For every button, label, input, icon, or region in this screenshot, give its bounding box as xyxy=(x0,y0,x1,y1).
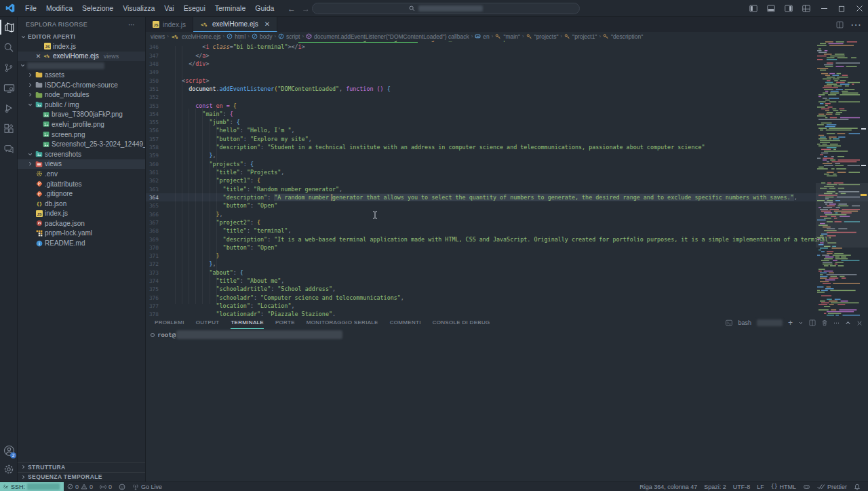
breadcrumb-item[interactable]: "project1" xyxy=(564,33,597,40)
close-icon[interactable]: ✕ xyxy=(35,53,41,60)
tree-item-pnpm-lock.yaml[interactable]: pnpm-lock.yaml xyxy=(18,229,145,239)
tab-index.js[interactable]: JSindex.js xyxy=(146,17,193,32)
menu-vai[interactable]: Vai xyxy=(159,0,178,17)
tree-item-.gitignore[interactable]: .gitignore xyxy=(18,189,145,199)
panel-tab-commenti[interactable]: COMMENTI xyxy=(390,316,421,330)
tree-item-views[interactable]: views xyxy=(18,159,145,170)
tab-exelviHome.ejs[interactable]: <%exelviHome.ejs✕ xyxy=(193,17,277,32)
problems-indicator[interactable]: 0 0 xyxy=(64,482,96,491)
section-struttura[interactable]: STRUTTURA xyxy=(18,462,145,472)
notifications-bell-icon[interactable] xyxy=(850,482,864,491)
explorer-more-actions-icon[interactable]: ⋯ xyxy=(128,21,136,28)
code-editor[interactable]: 345 <a href="/terminal" class="btn btn-o… xyxy=(146,41,868,316)
panel-tab-terminale[interactable]: TERMINALE xyxy=(231,316,264,330)
command-center-search[interactable] xyxy=(312,3,580,14)
minimize-button[interactable] xyxy=(815,0,833,17)
menu-guida[interactable]: Guida xyxy=(250,0,279,17)
explorer-icon[interactable] xyxy=(0,17,18,37)
menu-selezione[interactable]: Selezione xyxy=(77,0,118,17)
section-sequenza-temporale[interactable]: SEQUENZA TEMPORALE xyxy=(18,472,145,482)
tree-item-db.json[interactable]: {}db.json xyxy=(18,199,145,209)
breadcrumb-item[interactable]: body xyxy=(252,33,272,40)
panel-tab-monitoraggio-seriale[interactable]: MONITORAGGIO SERIALE xyxy=(307,316,378,330)
menu-file[interactable]: File xyxy=(20,0,41,17)
eol[interactable]: LF xyxy=(753,482,768,491)
tree-item-exelvi-profile.png[interactable]: exelvi_profile.png xyxy=(18,119,145,130)
panel-tab-porte[interactable]: PORTE xyxy=(275,316,295,330)
extensions-icon[interactable] xyxy=(0,119,18,139)
breadcrumb-item[interactable]: "description" xyxy=(603,33,643,40)
menu-modifica[interactable]: Modifica xyxy=(41,0,77,17)
search-icon[interactable] xyxy=(0,37,18,58)
new-terminal-icon[interactable]: + xyxy=(788,318,793,328)
go-live-button[interactable]: Go Live xyxy=(129,482,165,491)
panel-tab-problemi[interactable]: PROBLEMI xyxy=(155,316,184,330)
tree-item-.env[interactable]: .env xyxy=(18,169,145,179)
language-mode[interactable]: {}HTML xyxy=(768,482,800,491)
breadcrumbs[interactable]: views›<%exelviHome.ejs›html›body›script›… xyxy=(146,32,868,41)
tree-item-Screenshot-25-3-2024-12449-exelvi...[interactable]: Screenshot_25-3-2024_12449_exelvi... xyxy=(18,139,145,149)
feedback-smiley[interactable] xyxy=(115,482,129,491)
menu-visualizza[interactable]: Visualizza xyxy=(118,0,159,17)
terminal-prompt-line[interactable]: root@ xyxy=(151,330,342,339)
breadcrumb-item[interactable]: en xyxy=(475,33,489,40)
breadcrumb-item[interactable]: "main" xyxy=(495,33,519,40)
customize-layout-icon[interactable] xyxy=(797,0,815,17)
terminal-dropdown-icon[interactable] xyxy=(798,320,804,326)
toggle-panel-icon[interactable] xyxy=(762,0,780,17)
panel-tab-console-di-debug[interactable]: CONSOLE DI DEBUG xyxy=(433,316,490,330)
breadcrumb-item[interactable]: html xyxy=(226,33,245,40)
shell-label[interactable]: bash xyxy=(738,319,751,326)
copilot-icon[interactable] xyxy=(800,482,814,491)
tree-item-screen.png[interactable]: screen.png xyxy=(18,130,145,140)
chat-icon[interactable] xyxy=(0,139,18,159)
panel-tab-output[interactable]: OUTPUT xyxy=(196,316,220,330)
menu-terminale[interactable]: Terminale xyxy=(210,0,251,17)
source-control-icon[interactable] xyxy=(0,58,18,78)
minimap-slider[interactable] xyxy=(816,183,868,248)
encoding[interactable]: UTF-8 xyxy=(730,482,754,491)
minimap[interactable] xyxy=(816,41,860,316)
settings-gear-icon[interactable] xyxy=(0,460,18,479)
cursor-position[interactable]: Riga 364, colonna 47 xyxy=(636,482,701,491)
close-panel-icon[interactable] xyxy=(856,320,863,326)
tree-item-package.json[interactable]: package.json xyxy=(18,218,145,229)
breadcrumb-item[interactable]: "projects" xyxy=(526,33,559,40)
editor-more-actions-icon[interactable]: ⋯ xyxy=(850,18,861,31)
breadcrumb-item[interactable]: script xyxy=(278,33,300,40)
panel-more-actions-icon[interactable]: ⋯ xyxy=(833,319,840,326)
kill-terminal-icon[interactable] xyxy=(821,319,828,326)
breadcrumb-item[interactable]: views xyxy=(151,33,165,40)
formatter-status[interactable]: Prettier xyxy=(814,482,850,491)
ports-indicator[interactable]: 0 xyxy=(96,482,115,491)
toggle-secondary-sidebar-icon[interactable] xyxy=(780,0,797,17)
split-terminal-icon[interactable] xyxy=(809,319,816,326)
account-icon[interactable]: 2 xyxy=(0,441,18,460)
run-debug-icon[interactable] xyxy=(0,98,18,119)
tree-item-screenshots[interactable]: screenshots xyxy=(18,149,145,159)
tree-item-ISDCAC-chrome-source[interactable]: ISDCAC-chrome-source xyxy=(18,80,145,90)
open-editor-exelviHome.ejs[interactable]: ✕<%exelviHome.ejsviews xyxy=(18,52,145,62)
open-editors-header[interactable]: EDITOR APERTI xyxy=(18,32,145,41)
split-editor-icon[interactable] xyxy=(836,21,844,28)
back-icon[interactable]: ← xyxy=(288,4,296,14)
tree-root-folder[interactable] xyxy=(18,61,145,70)
tree-item-assets[interactable]: assets xyxy=(18,70,145,80)
remote-indicator[interactable]: SSH: xyxy=(0,482,64,491)
tree-item-README.md[interactable]: README.md xyxy=(18,238,145,248)
maximize-panel-icon[interactable] xyxy=(845,320,851,326)
breadcrumb-item[interactable]: <%exelviHome.ejs xyxy=(171,33,221,40)
tree-item-.gitattributes[interactable]: .gitattributes xyxy=(18,179,145,189)
forward-icon[interactable]: → xyxy=(302,4,310,14)
tree-item-node-modules[interactable]: node_modules xyxy=(18,90,145,100)
tree-item-index.js[interactable]: JSindex.js xyxy=(18,209,145,219)
menu-esegui[interactable]: Esegui xyxy=(179,0,210,17)
remote-explorer-icon[interactable] xyxy=(0,78,18,98)
breadcrumb-item[interactable]: document.addEventListener("DOMContentLoa… xyxy=(306,33,469,40)
indentation[interactable]: Spazi: 2 xyxy=(701,482,730,491)
open-editor-index.js[interactable]: JSindex.js xyxy=(18,41,145,52)
tree-item-public-img[interactable]: public / img xyxy=(18,100,145,110)
toggle-sidebar-icon[interactable] xyxy=(745,0,762,17)
maximize-button[interactable] xyxy=(833,0,850,17)
close-icon[interactable]: ✕ xyxy=(264,20,270,28)
